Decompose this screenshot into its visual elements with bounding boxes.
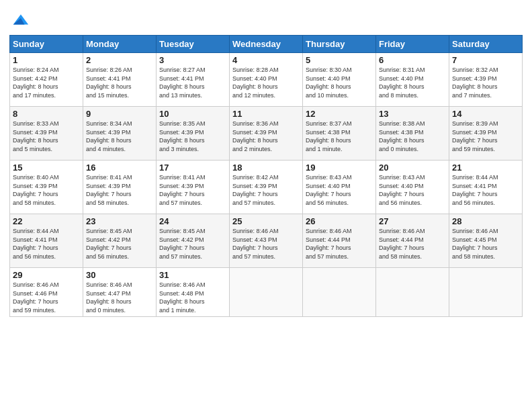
day-number: 24: [159, 216, 226, 226]
day-number: 12: [306, 109, 373, 119]
day-number: 10: [159, 109, 226, 119]
day-number: 27: [379, 216, 446, 226]
day-number: 16: [86, 163, 153, 173]
day-info: Sunrise: 8:44 AM Sunset: 4:41 PM Dayligh…: [13, 227, 80, 261]
table-row: 16Sunrise: 8:41 AM Sunset: 4:39 PM Dayli…: [83, 161, 157, 214]
header-wednesday: Wednesday: [230, 36, 303, 53]
day-info: Sunrise: 8:28 AM Sunset: 4:40 PM Dayligh…: [232, 66, 300, 99]
day-number: 26: [306, 216, 373, 226]
table-row: 2Sunrise: 8:26 AM Sunset: 4:41 PM Daylig…: [83, 53, 157, 107]
table-row: 3Sunrise: 8:27 AM Sunset: 4:41 PM Daylig…: [157, 53, 230, 107]
table-row: 9Sunrise: 8:34 AM Sunset: 4:39 PM Daylig…: [83, 107, 157, 161]
day-info: Sunrise: 8:27 AM Sunset: 4:41 PM Dayligh…: [159, 66, 226, 99]
day-info: Sunrise: 8:41 AM Sunset: 4:39 PM Dayligh…: [159, 173, 226, 207]
header-monday: Monday: [83, 36, 157, 53]
table-row: 10Sunrise: 8:35 AM Sunset: 4:39 PM Dayli…: [157, 107, 230, 161]
day-info: Sunrise: 8:44 AM Sunset: 4:41 PM Dayligh…: [452, 173, 519, 207]
header-thursday: Thursday: [303, 36, 376, 53]
day-info: Sunrise: 8:37 AM Sunset: 4:38 PM Dayligh…: [306, 120, 373, 153]
day-info: Sunrise: 8:34 AM Sunset: 4:39 PM Dayligh…: [86, 120, 153, 153]
day-info: Sunrise: 8:46 AM Sunset: 4:46 PM Dayligh…: [13, 281, 80, 314]
day-number: 21: [452, 163, 519, 173]
table-row: 17Sunrise: 8:41 AM Sunset: 4:39 PM Dayli…: [157, 161, 230, 214]
logo-icon: [11, 9, 30, 28]
day-info: Sunrise: 8:45 AM Sunset: 4:42 PM Dayligh…: [86, 227, 153, 261]
table-row: 30Sunrise: 8:46 AM Sunset: 4:47 PM Dayli…: [83, 268, 157, 317]
table-row: [449, 268, 523, 317]
day-number: 29: [13, 270, 80, 280]
calendar-table: Sunday Monday Tuesday Wednesday Thursday…: [9, 35, 523, 317]
day-number: 22: [13, 216, 80, 226]
day-info: Sunrise: 8:26 AM Sunset: 4:41 PM Dayligh…: [86, 66, 153, 99]
header-saturday: Saturday: [449, 36, 523, 53]
day-info: Sunrise: 8:46 AM Sunset: 4:44 PM Dayligh…: [306, 227, 373, 261]
day-number: 23: [86, 216, 153, 226]
table-row: 22Sunrise: 8:44 AM Sunset: 4:41 PM Dayli…: [10, 214, 83, 268]
table-row: 31Sunrise: 8:46 AM Sunset: 4:48 PM Dayli…: [157, 268, 230, 317]
day-number: 25: [232, 216, 300, 226]
table-row: 20Sunrise: 8:43 AM Sunset: 4:40 PM Dayli…: [376, 161, 449, 214]
table-row: 11Sunrise: 8:36 AM Sunset: 4:39 PM Dayli…: [230, 107, 303, 161]
table-row: 29Sunrise: 8:46 AM Sunset: 4:46 PM Dayli…: [10, 268, 83, 317]
day-info: Sunrise: 8:43 AM Sunset: 4:40 PM Dayligh…: [379, 173, 446, 207]
table-row: 24Sunrise: 8:45 AM Sunset: 4:42 PM Dayli…: [157, 214, 230, 268]
day-info: Sunrise: 8:41 AM Sunset: 4:39 PM Dayligh…: [86, 173, 153, 207]
table-row: 14Sunrise: 8:39 AM Sunset: 4:39 PM Dayli…: [449, 107, 523, 161]
day-info: Sunrise: 8:40 AM Sunset: 4:39 PM Dayligh…: [13, 173, 80, 207]
table-row: 23Sunrise: 8:45 AM Sunset: 4:42 PM Dayli…: [83, 214, 157, 268]
table-row: 25Sunrise: 8:46 AM Sunset: 4:43 PM Dayli…: [230, 214, 303, 268]
day-info: Sunrise: 8:46 AM Sunset: 4:43 PM Dayligh…: [232, 227, 300, 261]
day-info: Sunrise: 8:46 AM Sunset: 4:48 PM Dayligh…: [159, 281, 226, 314]
day-number: 3: [159, 55, 226, 65]
table-row: 27Sunrise: 8:46 AM Sunset: 4:44 PM Dayli…: [376, 214, 449, 268]
day-info: Sunrise: 8:45 AM Sunset: 4:42 PM Dayligh…: [159, 227, 226, 261]
table-row: 18Sunrise: 8:42 AM Sunset: 4:39 PM Dayli…: [230, 161, 303, 214]
day-number: 13: [379, 109, 446, 119]
table-row: 8Sunrise: 8:33 AM Sunset: 4:39 PM Daylig…: [10, 107, 83, 161]
day-info: Sunrise: 8:46 AM Sunset: 4:47 PM Dayligh…: [86, 281, 153, 314]
day-info: Sunrise: 8:43 AM Sunset: 4:40 PM Dayligh…: [306, 173, 373, 207]
table-row: 21Sunrise: 8:44 AM Sunset: 4:41 PM Dayli…: [449, 161, 523, 214]
day-info: Sunrise: 8:35 AM Sunset: 4:39 PM Dayligh…: [159, 120, 226, 153]
day-number: 14: [452, 109, 519, 119]
table-row: [303, 268, 376, 317]
day-number: 15: [13, 163, 80, 173]
table-row: 7Sunrise: 8:32 AM Sunset: 4:39 PM Daylig…: [449, 53, 523, 107]
day-number: 30: [86, 270, 153, 280]
header-sunday: Sunday: [10, 36, 83, 53]
table-row: 4Sunrise: 8:28 AM Sunset: 4:40 PM Daylig…: [230, 53, 303, 107]
day-info: Sunrise: 8:33 AM Sunset: 4:39 PM Dayligh…: [13, 120, 80, 153]
day-number: 1: [13, 55, 80, 65]
day-info: Sunrise: 8:30 AM Sunset: 4:40 PM Dayligh…: [306, 66, 373, 99]
day-number: 18: [232, 163, 300, 173]
table-row: [376, 268, 449, 317]
table-row: 26Sunrise: 8:46 AM Sunset: 4:44 PM Dayli…: [303, 214, 376, 268]
day-info: Sunrise: 8:46 AM Sunset: 4:44 PM Dayligh…: [379, 227, 446, 261]
day-number: 7: [452, 55, 519, 65]
day-number: 2: [86, 55, 153, 65]
day-number: 19: [306, 163, 373, 173]
table-row: 5Sunrise: 8:30 AM Sunset: 4:40 PM Daylig…: [303, 53, 376, 107]
header-friday: Friday: [376, 36, 449, 53]
table-row: 15Sunrise: 8:40 AM Sunset: 4:39 PM Dayli…: [10, 161, 83, 214]
day-number: 8: [13, 109, 80, 119]
day-number: 9: [86, 109, 153, 119]
table-row: 28Sunrise: 8:46 AM Sunset: 4:45 PM Dayli…: [449, 214, 523, 268]
day-info: Sunrise: 8:39 AM Sunset: 4:39 PM Dayligh…: [452, 120, 519, 153]
header-tuesday: Tuesday: [157, 36, 230, 53]
day-number: 31: [159, 270, 226, 280]
logo: [9, 9, 30, 31]
table-row: 1Sunrise: 8:24 AM Sunset: 4:42 PM Daylig…: [10, 53, 83, 107]
day-info: Sunrise: 8:38 AM Sunset: 4:38 PM Dayligh…: [379, 120, 446, 153]
table-row: [230, 268, 303, 317]
day-info: Sunrise: 8:24 AM Sunset: 4:42 PM Dayligh…: [13, 66, 80, 99]
day-number: 20: [379, 163, 446, 173]
day-number: 11: [232, 109, 300, 119]
day-info: Sunrise: 8:36 AM Sunset: 4:39 PM Dayligh…: [232, 120, 300, 153]
table-row: 12Sunrise: 8:37 AM Sunset: 4:38 PM Dayli…: [303, 107, 376, 161]
day-number: 17: [159, 163, 226, 173]
day-info: Sunrise: 8:46 AM Sunset: 4:45 PM Dayligh…: [452, 227, 519, 261]
day-info: Sunrise: 8:32 AM Sunset: 4:39 PM Dayligh…: [452, 66, 519, 99]
day-number: 5: [306, 55, 373, 65]
day-number: 28: [452, 216, 519, 226]
